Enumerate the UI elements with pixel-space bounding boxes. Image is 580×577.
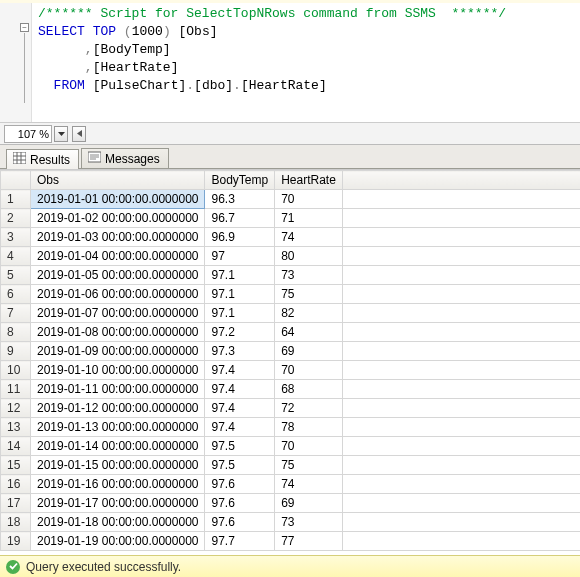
cell-heartrate[interactable]: 70 <box>275 437 343 456</box>
cell-bodytemp[interactable]: 97.5 <box>205 456 275 475</box>
cell-bodytemp[interactable]: 97.6 <box>205 513 275 532</box>
row-number[interactable]: 17 <box>1 494 31 513</box>
zoom-dropdown-button[interactable] <box>54 126 68 142</box>
row-number[interactable]: 2 <box>1 209 31 228</box>
cell-obs[interactable]: 2019-01-15 00:00:00.0000000 <box>31 456 205 475</box>
cell-heartrate[interactable]: 64 <box>275 323 343 342</box>
zoom-select[interactable]: 107 % <box>4 125 52 143</box>
table-row[interactable]: 142019-01-14 00:00:00.000000097.570 <box>1 437 581 456</box>
row-number[interactable]: 5 <box>1 266 31 285</box>
cell-bodytemp[interactable]: 97.3 <box>205 342 275 361</box>
cell-bodytemp[interactable]: 97.1 <box>205 266 275 285</box>
cell-heartrate[interactable]: 73 <box>275 513 343 532</box>
cell-bodytemp[interactable]: 97.7 <box>205 532 275 551</box>
table-row[interactable]: 92019-01-09 00:00:00.000000097.369 <box>1 342 581 361</box>
cell-heartrate[interactable]: 69 <box>275 494 343 513</box>
row-number[interactable]: 18 <box>1 513 31 532</box>
cell-obs[interactable]: 2019-01-18 00:00:00.0000000 <box>31 513 205 532</box>
cell-bodytemp[interactable]: 96.9 <box>205 228 275 247</box>
sql-editor[interactable]: − /****** Script for SelectTopNRows comm… <box>0 3 580 123</box>
cell-bodytemp[interactable]: 97.2 <box>205 323 275 342</box>
cell-obs[interactable]: 2019-01-19 00:00:00.0000000 <box>31 532 205 551</box>
fold-toggle-icon[interactable]: − <box>20 23 29 32</box>
cell-bodytemp[interactable]: 97.4 <box>205 399 275 418</box>
results-table[interactable]: Obs BodyTemp HeartRate 12019-01-01 00:00… <box>0 170 580 551</box>
cell-obs[interactable]: 2019-01-11 00:00:00.0000000 <box>31 380 205 399</box>
table-row[interactable]: 22019-01-02 00:00:00.000000096.771 <box>1 209 581 228</box>
row-number[interactable]: 3 <box>1 228 31 247</box>
cell-heartrate[interactable]: 71 <box>275 209 343 228</box>
cell-obs[interactable]: 2019-01-07 00:00:00.0000000 <box>31 304 205 323</box>
cell-obs[interactable]: 2019-01-01 00:00:00.0000000 <box>31 190 205 209</box>
cell-obs[interactable]: 2019-01-06 00:00:00.0000000 <box>31 285 205 304</box>
cell-heartrate[interactable]: 80 <box>275 247 343 266</box>
cell-heartrate[interactable]: 74 <box>275 228 343 247</box>
cell-obs[interactable]: 2019-01-14 00:00:00.0000000 <box>31 437 205 456</box>
cell-obs[interactable]: 2019-01-02 00:00:00.0000000 <box>31 209 205 228</box>
table-row[interactable]: 132019-01-13 00:00:00.000000097.478 <box>1 418 581 437</box>
row-number[interactable]: 7 <box>1 304 31 323</box>
row-number[interactable]: 15 <box>1 456 31 475</box>
cell-bodytemp[interactable]: 97.1 <box>205 285 275 304</box>
zoom-left-button[interactable] <box>72 126 86 142</box>
row-number[interactable]: 12 <box>1 399 31 418</box>
cell-obs[interactable]: 2019-01-12 00:00:00.0000000 <box>31 399 205 418</box>
row-number[interactable]: 14 <box>1 437 31 456</box>
cell-bodytemp[interactable]: 97 <box>205 247 275 266</box>
cell-heartrate[interactable]: 73 <box>275 266 343 285</box>
cell-bodytemp[interactable]: 97.6 <box>205 475 275 494</box>
row-number[interactable]: 8 <box>1 323 31 342</box>
table-row[interactable]: 52019-01-05 00:00:00.000000097.173 <box>1 266 581 285</box>
row-number[interactable]: 19 <box>1 532 31 551</box>
table-row[interactable]: 42019-01-04 00:00:00.00000009780 <box>1 247 581 266</box>
table-row[interactable]: 12019-01-01 00:00:00.000000096.370 <box>1 190 581 209</box>
cell-heartrate[interactable]: 75 <box>275 285 343 304</box>
cell-obs[interactable]: 2019-01-16 00:00:00.0000000 <box>31 475 205 494</box>
cell-obs[interactable]: 2019-01-10 00:00:00.0000000 <box>31 361 205 380</box>
table-row[interactable]: 162019-01-16 00:00:00.000000097.674 <box>1 475 581 494</box>
cell-bodytemp[interactable]: 97.4 <box>205 418 275 437</box>
rownum-header[interactable] <box>1 171 31 190</box>
cell-heartrate[interactable]: 68 <box>275 380 343 399</box>
table-row[interactable]: 192019-01-19 00:00:00.000000097.777 <box>1 532 581 551</box>
tab-messages[interactable]: Messages <box>81 148 169 168</box>
row-number[interactable]: 11 <box>1 380 31 399</box>
table-row[interactable]: 172019-01-17 00:00:00.000000097.669 <box>1 494 581 513</box>
tab-results[interactable]: Results <box>6 149 79 169</box>
cell-bodytemp[interactable]: 97.4 <box>205 380 275 399</box>
cell-obs[interactable]: 2019-01-04 00:00:00.0000000 <box>31 247 205 266</box>
cell-bodytemp[interactable]: 96.7 <box>205 209 275 228</box>
table-row[interactable]: 32019-01-03 00:00:00.000000096.974 <box>1 228 581 247</box>
cell-heartrate[interactable]: 74 <box>275 475 343 494</box>
table-row[interactable]: 72019-01-07 00:00:00.000000097.182 <box>1 304 581 323</box>
cell-heartrate[interactable]: 77 <box>275 532 343 551</box>
table-row[interactable]: 82019-01-08 00:00:00.000000097.264 <box>1 323 581 342</box>
table-row[interactable]: 122019-01-12 00:00:00.000000097.472 <box>1 399 581 418</box>
cell-heartrate[interactable]: 82 <box>275 304 343 323</box>
cell-bodytemp[interactable]: 96.3 <box>205 190 275 209</box>
cell-heartrate[interactable]: 78 <box>275 418 343 437</box>
cell-obs[interactable]: 2019-01-13 00:00:00.0000000 <box>31 418 205 437</box>
col-header-heartrate[interactable]: HeartRate <box>275 171 343 190</box>
table-row[interactable]: 112019-01-11 00:00:00.000000097.468 <box>1 380 581 399</box>
cell-obs[interactable]: 2019-01-08 00:00:00.0000000 <box>31 323 205 342</box>
cell-bodytemp[interactable]: 97.5 <box>205 437 275 456</box>
cell-heartrate[interactable]: 69 <box>275 342 343 361</box>
cell-obs[interactable]: 2019-01-17 00:00:00.0000000 <box>31 494 205 513</box>
col-header-obs[interactable]: Obs <box>31 171 205 190</box>
results-grid-wrap[interactable]: Obs BodyTemp HeartRate 12019-01-01 00:00… <box>0 169 580 555</box>
row-number[interactable]: 6 <box>1 285 31 304</box>
table-row[interactable]: 62019-01-06 00:00:00.000000097.175 <box>1 285 581 304</box>
row-number[interactable]: 10 <box>1 361 31 380</box>
cell-heartrate[interactable]: 72 <box>275 399 343 418</box>
row-number[interactable]: 16 <box>1 475 31 494</box>
cell-obs[interactable]: 2019-01-05 00:00:00.0000000 <box>31 266 205 285</box>
cell-heartrate[interactable]: 70 <box>275 361 343 380</box>
cell-heartrate[interactable]: 75 <box>275 456 343 475</box>
row-number[interactable]: 9 <box>1 342 31 361</box>
table-row[interactable]: 102019-01-10 00:00:00.000000097.470 <box>1 361 581 380</box>
cell-heartrate[interactable]: 70 <box>275 190 343 209</box>
sql-text[interactable]: /****** Script for SelectTopNRows comman… <box>32 3 510 122</box>
row-number[interactable]: 4 <box>1 247 31 266</box>
cell-obs[interactable]: 2019-01-03 00:00:00.0000000 <box>31 228 205 247</box>
